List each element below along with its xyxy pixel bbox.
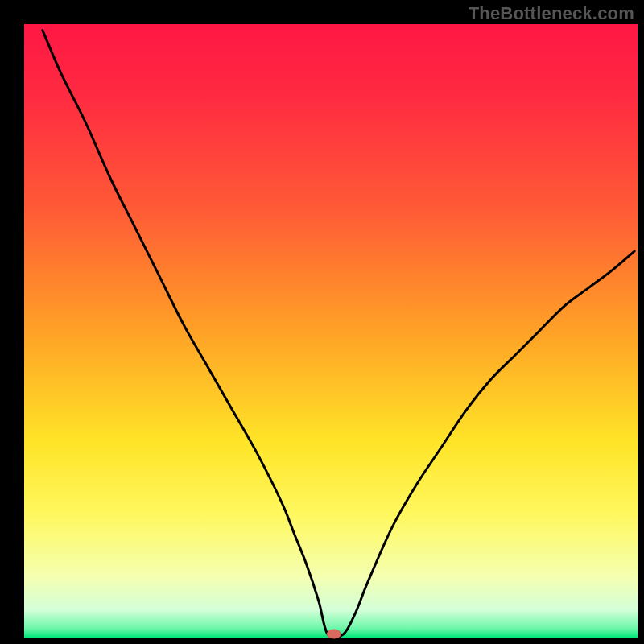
chart-frame: { "watermark": "TheBottleneck.com", "cha… — [0, 0, 644, 644]
plot-background — [24, 24, 638, 638]
watermark-text: TheBottleneck.com — [469, 3, 634, 24]
bottleneck-chart — [0, 0, 644, 644]
optimum-marker — [327, 629, 341, 638]
